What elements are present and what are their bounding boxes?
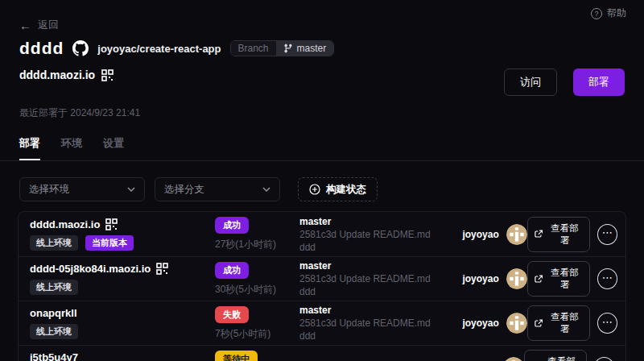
page-title: dddd: [19, 39, 64, 58]
plus-circle-icon: [309, 184, 320, 195]
domain-row: dddd.maozi.io 访问 部署: [19, 68, 625, 96]
top-bar: ← 返回 ? 帮助: [0, 0, 644, 34]
commit-extra: ddd: [299, 330, 431, 342]
help-label: 帮助: [607, 6, 626, 20]
view-deployment-button[interactable]: 查看部署: [524, 350, 587, 361]
domain-line: dddd.maozi.io: [19, 68, 114, 81]
deployment-row: j5tb5u4y7 线上环境 等待中 (8小时前) master joyoyao…: [19, 345, 625, 361]
view-deployment-label: 查看部署: [547, 222, 582, 247]
branch-name: master: [299, 304, 431, 317]
env-tag: 线上环境: [30, 235, 78, 251]
author-name: joyoyao: [462, 273, 498, 284]
qr-code-icon[interactable]: [101, 69, 114, 81]
branch-badge-label: Branch: [231, 41, 276, 56]
back-arrow-icon: ←: [19, 19, 31, 32]
view-deployment-button[interactable]: 查看部署: [527, 305, 590, 341]
deployment-row: onapqrkll 线上环境 失败 7秒(5小时前) master 2581c3…: [19, 301, 625, 345]
repo-link[interactable]: joyoyac/create-react-app: [97, 43, 221, 55]
view-deployment-label: 查看部署: [544, 355, 580, 361]
github-icon: [72, 40, 89, 56]
deploy-time: 30秒(5小时前): [215, 283, 276, 297]
back-button[interactable]: ← 返回: [19, 18, 59, 32]
deploy-time: 27秒(1小时前): [215, 238, 276, 251]
deployment-name[interactable]: dddd.maozi.io: [30, 218, 100, 230]
qr-code-icon[interactable]: [156, 263, 168, 275]
deployment-name-cell: j5tb5u4y7 线上环境: [30, 351, 215, 361]
tab-deployments[interactable]: 部署: [19, 136, 40, 160]
env-tag: 线上环境: [30, 324, 78, 339]
tab-environments[interactable]: 环境: [61, 136, 82, 160]
git-branch-icon: [283, 44, 293, 53]
status-cell: 成功 27秒(1小时前): [215, 217, 299, 251]
environment-select-value: 选择环境: [29, 183, 69, 197]
header-actions: 访问 部署: [504, 68, 625, 96]
current-version-tag: 当前版本: [85, 235, 134, 251]
status-badge: 等待中: [215, 351, 258, 361]
status-badge: 成功: [215, 217, 249, 234]
branch-name: master: [299, 259, 431, 272]
avatar: [506, 224, 527, 245]
author-cell: joyoyao: [431, 268, 527, 289]
environment-select[interactable]: 选择环境: [19, 177, 145, 201]
commit-cell: master 2581c3d Update README.md ddd: [299, 259, 431, 298]
deploy-button[interactable]: 部署: [573, 68, 625, 96]
avatar: [506, 313, 527, 334]
build-status-filter-button[interactable]: 构建状态: [298, 177, 378, 201]
view-deployment-button[interactable]: 查看部署: [527, 217, 590, 252]
view-deployment-label: 查看部署: [547, 267, 582, 291]
deployment-name-cell: dddd.maozi.io 线上环境 当前版本: [30, 218, 215, 251]
status-badge: 成功: [215, 262, 249, 279]
status-cell: 成功 30秒(5小时前): [215, 262, 299, 297]
deployment-name[interactable]: onapqrkll: [30, 307, 77, 319]
view-deployment-label: 查看部署: [547, 311, 582, 335]
status-cell: 等待中 (8小时前): [215, 351, 299, 361]
actions-cell: 查看部署 ⋯: [527, 261, 617, 297]
more-options-button[interactable]: ⋯: [597, 224, 617, 245]
more-options-button[interactable]: ⋯: [597, 268, 617, 289]
branch-select[interactable]: 选择分支: [155, 177, 280, 201]
view-deployment-button[interactable]: 查看部署: [527, 261, 590, 297]
qr-code-icon[interactable]: [105, 218, 118, 230]
ellipsis-icon: ⋯: [602, 272, 613, 283]
tab-settings[interactable]: 设置: [103, 136, 124, 160]
filter-bar: 选择环境 选择分支 构建状态: [19, 177, 625, 201]
status-cell: 失败 7秒(5小时前): [215, 306, 299, 341]
visit-button[interactable]: 访问: [504, 68, 557, 96]
title-row: dddd joyoyac/create-react-app Branch mas…: [19, 39, 625, 58]
commit-extra: ddd: [299, 285, 431, 298]
deployment-name[interactable]: j5tb5u4y7: [30, 351, 78, 361]
avatar: [503, 357, 524, 361]
external-link-icon: [535, 319, 543, 328]
deployments-table: dddd.maozi.io 线上环境 当前版本 成功 27秒(1小时前) mas…: [18, 211, 626, 361]
branch-select-value: 选择分支: [164, 183, 204, 197]
build-status-label: 构建状态: [326, 183, 366, 197]
tab-bar: 部署 环境 设置: [0, 136, 644, 161]
chevron-down-icon: [127, 187, 135, 192]
actions-cell: 查看部署 ⋯: [524, 350, 614, 361]
deployment-row: dddd-05j8ko84i.maozi.io 线上环境 成功 30秒(5小时前…: [19, 256, 625, 301]
commit-cell: master 2581c3d Update README.md ddd: [299, 215, 431, 254]
author-cell: joyoyao: [431, 224, 527, 245]
deployment-name-cell: onapqrkll 线上环境: [30, 307, 215, 339]
help-button[interactable]: ? 帮助: [591, 6, 626, 20]
deploy-time: 7秒(5小时前): [215, 327, 270, 341]
status-badge: 失败: [215, 306, 249, 323]
author-cell: joyoyao: [431, 313, 527, 334]
external-link-icon: [535, 230, 543, 239]
more-options-button[interactable]: ⋯: [594, 357, 614, 361]
deployment-name[interactable]: dddd-05j8ko84i.maozi.io: [30, 263, 151, 275]
author-name: joyoyao: [462, 229, 498, 240]
back-label: 返回: [38, 18, 59, 32]
commit-message: 2581c3d Update README.md: [299, 272, 431, 285]
env-tag: 线上环境: [30, 280, 78, 295]
commit-message: 2581c3d Update README.md: [299, 317, 431, 330]
help-icon: ?: [591, 8, 602, 19]
more-options-button[interactable]: ⋯: [597, 313, 617, 334]
avatar: [506, 268, 527, 289]
domain-link[interactable]: dddd.maozi.io: [19, 68, 95, 81]
author-name: joyoyao: [462, 317, 498, 329]
branch-badge-value: master: [276, 41, 334, 56]
chevron-down-icon: [262, 187, 270, 192]
actions-cell: 查看部署 ⋯: [527, 217, 617, 252]
branch-name: master: [299, 215, 431, 228]
